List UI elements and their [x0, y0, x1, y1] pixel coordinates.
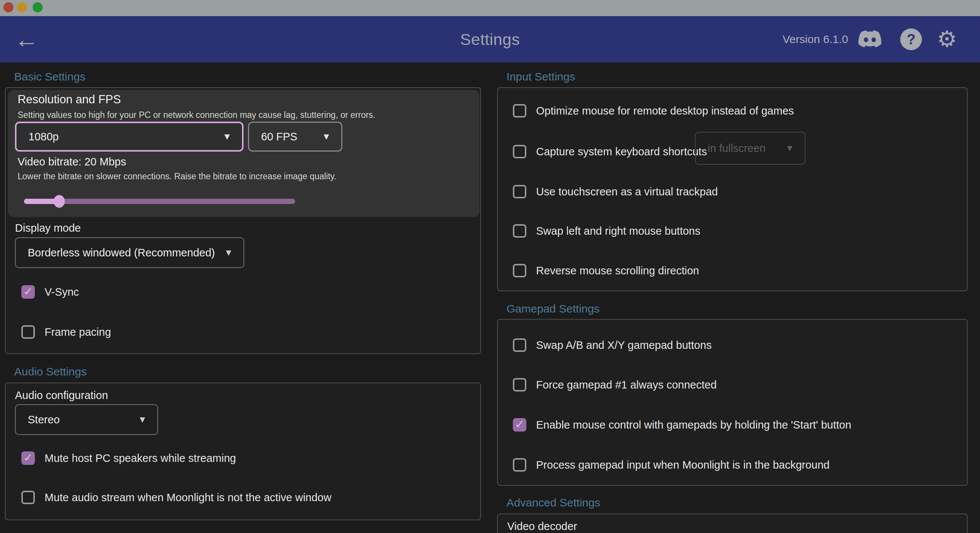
vsync-label: V-Sync — [45, 285, 79, 299]
touchscreen-trackpad-row[interactable]: ✓ Use touchscreen as a virtual trackpad — [513, 184, 718, 199]
chevron-down-icon: ▼ — [322, 132, 331, 142]
frame-pacing-label: Frame pacing — [45, 325, 111, 339]
input-settings-panel: ✓ Optimize mouse for remote desktop inst… — [497, 87, 968, 291]
optimize-mouse-checkbox[interactable]: ✓ — [513, 104, 527, 117]
chevron-down-icon: ▼ — [138, 414, 147, 425]
reverse-scroll-checkbox[interactable]: ✓ — [513, 264, 527, 278]
mute-host-label: Mute host PC speakers while streaming — [45, 451, 236, 465]
mute-stream-label: Mute audio stream when Moonlight is not … — [45, 491, 331, 504]
discord-icon — [856, 29, 883, 50]
fps-dropdown[interactable]: 60 FPS ▼ — [248, 122, 342, 152]
resolution-value: 1080p — [29, 131, 59, 143]
frame-pacing-row[interactable]: ✓ Frame pacing — [21, 325, 111, 339]
touchscreen-trackpad-checkbox[interactable]: ✓ — [513, 185, 527, 198]
resolution-fps-card: Resolution and FPS Setting values too hi… — [8, 90, 479, 217]
advanced-settings-panel: Video decoder — [497, 514, 968, 533]
force-gamepad-row[interactable]: ✓ Force gamepad #1 always connected — [513, 377, 717, 392]
gamepad-mouse-control-row[interactable]: ✓ Enable mouse control with gamepads by … — [513, 417, 851, 432]
check-icon: ✓ — [515, 418, 524, 431]
reverse-scroll-label: Reverse mouse scrolling direction — [536, 264, 699, 278]
optimize-mouse-row[interactable]: ✓ Optimize mouse for remote desktop inst… — [513, 103, 794, 118]
gamepad-mouse-control-label: Enable mouse control with gamepads by ho… — [536, 418, 851, 431]
settings-gear-button[interactable]: ⚙ — [935, 16, 959, 62]
frame-pacing-checkbox[interactable]: ✓ — [21, 325, 35, 339]
bitrate-label: Video bitrate: 20 Mbps — [18, 156, 126, 168]
help-icon: ? — [900, 29, 922, 50]
basic-settings-heading: Basic Settings — [14, 70, 86, 84]
audio-settings-heading: Audio Settings — [14, 365, 86, 379]
basic-settings-panel: Resolution and FPS Setting values too hi… — [5, 87, 481, 354]
capture-shortcuts-label: Capture system keyboard shortcuts — [536, 145, 707, 158]
check-icon: ✓ — [23, 451, 33, 464]
gamepad-settings-panel: ✓ Swap A/B and X/Y gamepad buttons ✓ For… — [497, 319, 968, 486]
vsync-checkbox[interactable]: ✓ — [21, 285, 35, 299]
version-label: Version 6.1.0 — [783, 16, 848, 62]
discord-button[interactable] — [854, 16, 886, 62]
app-header: ← Settings Version 6.1.0 ? ⚙ — [0, 16, 980, 62]
gamepad-settings-heading: Gamepad Settings — [506, 302, 600, 316]
swap-mouse-buttons-checkbox[interactable]: ✓ — [513, 224, 527, 238]
video-decoder-label: Video decoder — [507, 520, 577, 533]
display-mode-dropdown[interactable]: Borderless windowed (Recommended) ▼ — [15, 237, 244, 268]
optimize-mouse-label: Optimize mouse for remote desktop instea… — [536, 104, 794, 117]
advanced-settings-heading: Advanced Settings — [506, 496, 600, 510]
zoom-window-button[interactable] — [33, 2, 43, 12]
mute-stream-checkbox[interactable]: ✓ — [21, 491, 35, 504]
audio-config-value: Stereo — [28, 414, 60, 426]
force-gamepad-checkbox[interactable]: ✓ — [513, 378, 527, 392]
touchscreen-trackpad-label: Use touchscreen as a virtual trackpad — [536, 185, 718, 198]
resolution-dropdown[interactable]: 1080p ▼ — [15, 122, 243, 152]
mute-host-row[interactable]: ✓ Mute host PC speakers while streaming — [21, 451, 236, 466]
gamepad-mouse-control-checkbox[interactable]: ✓ — [513, 418, 527, 431]
close-window-button[interactable] — [3, 2, 13, 12]
display-mode-label: Display mode — [15, 222, 81, 234]
gamepad-background-row[interactable]: ✓ Process gamepad input when Moonlight i… — [513, 457, 829, 473]
bitrate-hint: Lower the bitrate on slower connections.… — [18, 171, 336, 182]
check-icon: ✓ — [23, 285, 33, 298]
capture-shortcuts-mode-dropdown: in fullscreen ▼ — [695, 132, 805, 165]
gamepad-background-label: Process gamepad input when Moonlight is … — [536, 458, 829, 472]
capture-shortcuts-checkbox[interactable]: ✓ — [513, 145, 527, 158]
audio-config-label: Audio configuration — [15, 389, 108, 401]
capture-shortcuts-row[interactable]: ✓ Capture system keyboard shortcuts — [513, 144, 707, 159]
reverse-scroll-row[interactable]: ✓ Reverse mouse scrolling direction — [513, 263, 699, 278]
chevron-down-icon: ▼ — [223, 132, 232, 142]
force-gamepad-label: Force gamepad #1 always connected — [536, 378, 717, 392]
gear-icon: ⚙ — [937, 28, 957, 51]
macos-titlebar — [0, 0, 980, 16]
vsync-row[interactable]: ✓ V-Sync — [21, 284, 79, 300]
chevron-down-icon: ▼ — [785, 143, 794, 154]
swap-mouse-buttons-row[interactable]: ✓ Swap left and right mouse buttons — [513, 224, 700, 238]
minimize-window-button[interactable] — [17, 2, 27, 12]
help-button[interactable]: ? — [899, 16, 923, 62]
mute-stream-row[interactable]: ✓ Mute audio stream when Moonlight is no… — [21, 490, 331, 505]
display-mode-value: Borderless windowed (Recommended) — [28, 247, 215, 259]
resolution-fps-subtitle: Setting values too high for your PC or n… — [18, 110, 375, 120]
audio-settings-panel: Audio configuration Stereo ▼ ✓ Mute host… — [5, 382, 481, 520]
gamepad-background-checkbox[interactable]: ✓ — [513, 458, 527, 472]
chevron-down-icon: ▼ — [224, 247, 233, 258]
input-settings-heading: Input Settings — [506, 70, 575, 84]
bitrate-slider-thumb[interactable] — [54, 195, 65, 208]
bitrate-slider[interactable] — [24, 194, 295, 209]
swap-ab-xy-checkbox[interactable]: ✓ — [513, 338, 527, 352]
swap-ab-xy-label: Swap A/B and X/Y gamepad buttons — [536, 338, 712, 352]
mute-host-checkbox[interactable]: ✓ — [21, 451, 35, 465]
resolution-fps-title: Resolution and FPS — [18, 93, 121, 106]
swap-mouse-buttons-label: Swap left and right mouse buttons — [536, 224, 700, 238]
swap-ab-xy-row[interactable]: ✓ Swap A/B and X/Y gamepad buttons — [513, 338, 712, 352]
audio-config-dropdown[interactable]: Stereo ▼ — [15, 404, 158, 435]
capture-shortcuts-mode-value: in fullscreen — [708, 142, 766, 155]
fps-value: 60 FPS — [261, 131, 298, 143]
